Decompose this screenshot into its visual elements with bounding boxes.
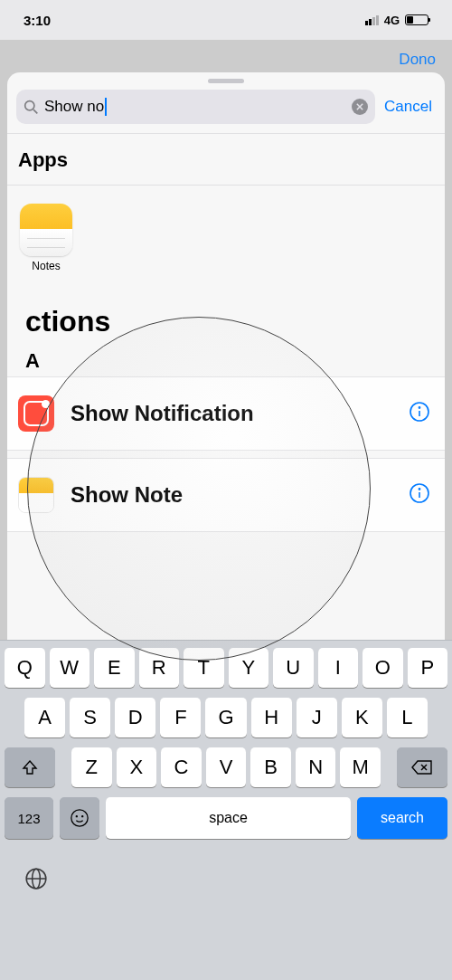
keyboard: Q W E R T Y U I O P A S D F G H J K L Z … bbox=[0, 640, 452, 980]
svg-point-9 bbox=[419, 489, 419, 490]
key-d[interactable]: D bbox=[115, 698, 155, 737]
note-icon bbox=[18, 477, 54, 513]
svg-line-1 bbox=[33, 109, 37, 113]
notification-icon bbox=[18, 395, 54, 432]
key-b[interactable]: B bbox=[250, 747, 291, 787]
key-f[interactable]: F bbox=[160, 698, 201, 737]
info-button[interactable] bbox=[409, 482, 445, 508]
apps-heading: Apps bbox=[7, 134, 445, 185]
app-notes[interactable]: Notes bbox=[20, 204, 432, 272]
app-label: Notes bbox=[20, 256, 72, 272]
key-w[interactable]: W bbox=[50, 648, 90, 688]
notes-app-icon bbox=[20, 204, 72, 256]
cancel-button[interactable]: Cancel bbox=[384, 98, 436, 116]
key-m[interactable]: M bbox=[340, 747, 381, 787]
key-backspace[interactable] bbox=[397, 747, 447, 787]
shift-icon bbox=[21, 758, 39, 776]
underlying-done-button: Dono bbox=[399, 51, 436, 69]
emoji-icon bbox=[70, 808, 89, 828]
search-row: Show no Cancel bbox=[7, 86, 445, 133]
search-icon bbox=[24, 100, 39, 115]
info-button[interactable] bbox=[409, 401, 445, 426]
key-space[interactable]: space bbox=[106, 797, 351, 839]
key-k[interactable]: K bbox=[342, 698, 382, 737]
keyboard-row-2: A S D F G H J K L bbox=[5, 698, 447, 737]
key-q[interactable]: Q bbox=[5, 648, 45, 688]
search-sheet: Show no Cancel Apps Notes ctions A Show … bbox=[7, 72, 445, 640]
key-p[interactable]: P bbox=[408, 648, 448, 688]
status-bar: 3:10 4G bbox=[0, 0, 452, 40]
status-time: 3:10 bbox=[24, 13, 51, 28]
key-c[interactable]: C bbox=[161, 747, 202, 787]
keyboard-row-1: Q W E R T Y U I O P bbox=[5, 648, 447, 688]
signal-icon bbox=[365, 15, 379, 25]
key-emoji[interactable] bbox=[60, 797, 99, 839]
key-r[interactable]: R bbox=[139, 648, 180, 688]
key-search[interactable]: search bbox=[357, 797, 447, 839]
key-h[interactable]: H bbox=[251, 698, 292, 737]
key-n[interactable]: N bbox=[296, 747, 336, 787]
action-show-note[interactable]: Show Note bbox=[7, 458, 445, 532]
action-label: Show Notification bbox=[54, 401, 409, 426]
network-label: 4G bbox=[384, 14, 400, 27]
search-input[interactable]: Show no bbox=[16, 90, 375, 124]
battery-icon bbox=[405, 14, 428, 25]
key-j[interactable]: J bbox=[297, 698, 337, 737]
key-v[interactable]: V bbox=[206, 747, 247, 787]
app-grid: Notes bbox=[7, 186, 445, 280]
svg-point-14 bbox=[82, 816, 83, 817]
key-l[interactable]: L bbox=[387, 698, 428, 737]
globe-button[interactable] bbox=[5, 849, 447, 909]
key-g[interactable]: G bbox=[205, 698, 246, 737]
clear-search-button[interactable] bbox=[352, 99, 368, 115]
key-shift[interactable] bbox=[5, 747, 55, 787]
status-right: 4G bbox=[365, 14, 428, 27]
sheet-grabber[interactable] bbox=[208, 79, 244, 83]
sub-letter: A bbox=[7, 340, 445, 376]
svg-point-6 bbox=[419, 407, 419, 408]
backspace-icon bbox=[411, 759, 433, 775]
actions-heading-partial: ctions bbox=[7, 280, 445, 340]
svg-point-13 bbox=[76, 816, 77, 817]
globe-icon bbox=[24, 867, 48, 890]
key-z[interactable]: Z bbox=[71, 747, 112, 787]
key-t[interactable]: T bbox=[184, 648, 224, 688]
key-u[interactable]: U bbox=[273, 648, 314, 688]
action-label: Show Note bbox=[54, 482, 409, 508]
svg-point-0 bbox=[25, 100, 34, 109]
key-numbers[interactable]: 123 bbox=[5, 797, 53, 839]
key-i[interactable]: I bbox=[318, 648, 359, 688]
key-x[interactable]: X bbox=[117, 747, 157, 787]
search-text: Show no bbox=[44, 98, 346, 116]
key-y[interactable]: Y bbox=[229, 648, 269, 688]
keyboard-row-4: 123 space search bbox=[5, 797, 447, 839]
key-a[interactable]: A bbox=[24, 698, 65, 737]
key-s[interactable]: S bbox=[70, 698, 110, 737]
action-show-notification[interactable]: Show Notification bbox=[7, 376, 445, 451]
keyboard-row-3: Z X C V B N M bbox=[5, 747, 447, 787]
key-o[interactable]: O bbox=[363, 648, 403, 688]
key-e[interactable]: E bbox=[94, 648, 135, 688]
svg-point-12 bbox=[71, 810, 88, 826]
